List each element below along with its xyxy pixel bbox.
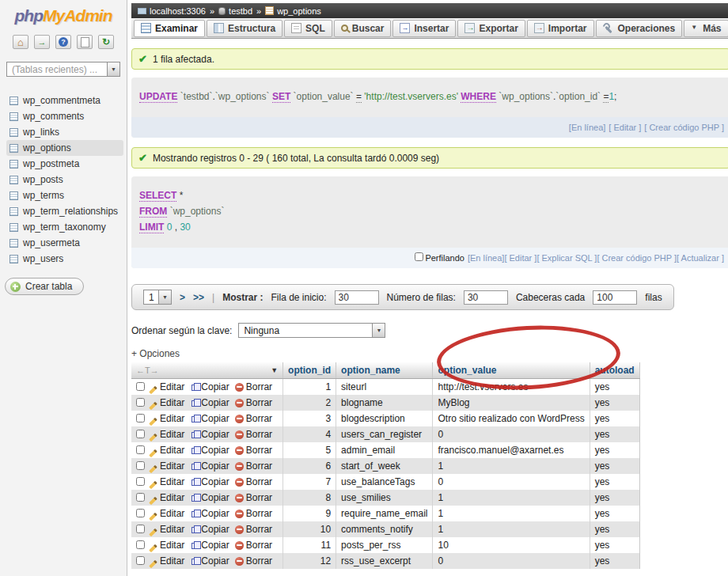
copy-button[interactable]: Copiar — [190, 429, 229, 440]
delete-button[interactable]: Borrar — [235, 555, 272, 567]
tab-buscar[interactable]: Buscar — [334, 20, 392, 37]
column-header-link[interactable]: option_value — [438, 365, 496, 376]
row-checkbox[interactable] — [136, 540, 145, 549]
tab-examinar[interactable]: Examinar — [134, 20, 205, 37]
row-checkbox[interactable] — [136, 556, 145, 565]
copy-button[interactable]: Copiar — [190, 413, 229, 424]
sidebar-item-wp-posts[interactable]: wp_posts — [6, 172, 123, 188]
home-icon[interactable] — [13, 35, 28, 49]
tab-exportar[interactable]: Exportar — [457, 20, 525, 37]
sort-key-select[interactable]: Ninguna ▼ — [238, 323, 385, 338]
edit-button[interactable]: Editar — [149, 413, 184, 424]
sidebar-item-wp-postmeta[interactable]: wp_postmeta — [6, 156, 123, 172]
sidebar-item-wp-users[interactable]: wp_users — [6, 251, 123, 267]
sort-descending-icon[interactable]: ▼ — [271, 366, 278, 374]
breadcrumb-server[interactable]: localhost:3306 — [138, 6, 206, 16]
transpose-widget[interactable]: ←T→ — [136, 366, 159, 375]
delete-button[interactable]: Borrar — [235, 492, 272, 503]
edit-button[interactable]: Editar — [149, 476, 184, 487]
copy-button[interactable]: Copiar — [190, 492, 229, 503]
delete-button[interactable]: Borrar — [235, 413, 272, 424]
chevron-down-icon[interactable]: ▼ — [107, 63, 119, 76]
tab-sql[interactable]: SQL — [284, 20, 332, 37]
create-table-button[interactable]: Crear tabla — [5, 278, 84, 295]
row-checkbox[interactable] — [136, 445, 145, 454]
copy-button[interactable]: Copiar — [190, 445, 229, 456]
delete-button[interactable]: Borrar — [235, 445, 272, 456]
logout-icon[interactable] — [34, 35, 50, 49]
tab-importar[interactable]: Importar — [527, 20, 594, 37]
sidebar-item-wp-links[interactable]: wp_links — [6, 124, 123, 140]
options-toggle[interactable]: + Opciones — [131, 348, 724, 359]
query-link-actualizar[interactable]: [ Actualizar ] — [677, 253, 724, 263]
delete-button[interactable]: Borrar — [235, 508, 272, 519]
headers-every-input[interactable] — [593, 290, 637, 305]
num-rows-input[interactable] — [464, 290, 508, 305]
edit-button[interactable]: Editar — [149, 492, 184, 503]
row-checkbox[interactable] — [136, 382, 145, 391]
sidebar-item-wp-usermeta[interactable]: wp_usermeta — [6, 235, 123, 251]
next-page-button[interactable]: > — [180, 292, 185, 303]
delete-button[interactable]: Borrar — [235, 540, 272, 551]
copy-button[interactable]: Copiar — [190, 540, 229, 551]
row-checkbox[interactable] — [136, 430, 145, 438]
row-checkbox[interactable] — [136, 493, 145, 502]
delete-button[interactable]: Borrar — [235, 397, 272, 408]
query-link-crear-c-digo-php[interactable]: [ Crear código PHP ] — [644, 119, 724, 135]
delete-button[interactable]: Borrar — [235, 429, 272, 440]
tab-insertar[interactable]: Insertar — [392, 20, 456, 37]
edit-button[interactable]: Editar — [149, 524, 184, 535]
tab-m-s[interactable]: Más — [684, 20, 728, 37]
row-checkbox[interactable] — [136, 461, 145, 470]
chevron-down-icon[interactable]: ▼ — [372, 324, 385, 337]
row-checkbox[interactable] — [136, 477, 145, 486]
delete-button[interactable]: Borrar — [235, 381, 272, 392]
breadcrumb-database[interactable]: testbd — [218, 6, 252, 16]
row-checkbox[interactable] — [136, 414, 145, 423]
sidebar-item-wp-comments[interactable]: wp_comments — [6, 108, 123, 124]
edit-button[interactable]: Editar — [149, 429, 184, 440]
column-header-link[interactable]: option_id — [288, 365, 331, 376]
sidebar-item-wp-terms[interactable]: wp_terms — [6, 188, 123, 203]
sidebar-item-wp-term-taxonomy[interactable]: wp_term_taxonomy — [6, 219, 123, 235]
copy-button[interactable]: Copiar — [190, 460, 229, 472]
profiling-checkbox[interactable] — [415, 252, 423, 261]
delete-button[interactable]: Borrar — [235, 524, 272, 535]
delete-button[interactable]: Borrar — [235, 460, 272, 472]
query-link-crear-c-digo-php[interactable]: [ Crear código PHP ] — [597, 253, 677, 263]
tab-estructura[interactable]: Estructura — [207, 20, 282, 37]
copy-button[interactable]: Copiar — [190, 555, 229, 567]
query-link-explicar-sql[interactable]: [ Explicar SQL ] — [537, 253, 597, 263]
edit-button[interactable]: Editar — [149, 555, 184, 567]
row-checkbox[interactable] — [136, 398, 145, 407]
tab-operaciones[interactable]: Operaciones — [596, 20, 683, 37]
edit-button[interactable]: Editar — [149, 460, 184, 472]
breadcrumb-table[interactable]: wp_options — [265, 6, 321, 16]
column-header-link[interactable]: autoload — [595, 365, 635, 376]
docs-icon[interactable] — [77, 35, 93, 49]
recent-tables-select[interactable]: (Tablas recientes) ... ▼ — [6, 62, 120, 77]
page-select[interactable]: 1 ▼ — [143, 290, 172, 305]
edit-button[interactable]: Editar — [149, 381, 184, 392]
row-checkbox[interactable] — [136, 509, 145, 517]
help-icon[interactable] — [55, 35, 71, 49]
copy-button[interactable]: Copiar — [190, 524, 229, 535]
copy-button[interactable]: Copiar — [190, 397, 229, 408]
row-checkbox[interactable] — [136, 525, 145, 533]
sidebar-item-wp-commentmeta[interactable]: wp_commentmeta — [6, 93, 123, 108]
phpmyadmin-logo[interactable]: phpMyAdmin — [0, 6, 127, 25]
edit-button[interactable]: Editar — [149, 445, 184, 456]
last-page-button[interactable]: >> — [193, 292, 204, 303]
query-link-en-l-nea[interactable]: [En línea] — [569, 119, 605, 135]
start-row-input[interactable] — [335, 290, 379, 305]
query-link-editar[interactable]: [ Editar ] — [609, 119, 641, 135]
column-header-link[interactable]: option_name — [341, 365, 400, 376]
edit-button[interactable]: Editar — [149, 508, 184, 519]
edit-button[interactable]: Editar — [149, 540, 184, 551]
delete-button[interactable]: Borrar — [235, 476, 272, 487]
refresh-icon[interactable] — [98, 35, 114, 49]
sidebar-item-wp-options[interactable]: wp_options — [6, 140, 123, 156]
query-link-editar[interactable]: [ Editar ] — [504, 253, 537, 263]
sidebar-item-wp-term-relationships[interactable]: wp_term_relationships — [6, 203, 123, 219]
copy-button[interactable]: Copiar — [190, 476, 229, 487]
